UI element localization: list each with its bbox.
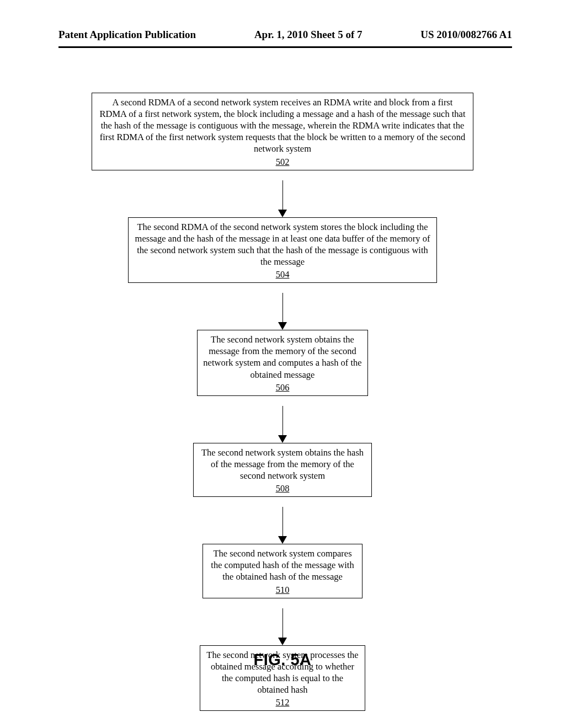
step-number: 508: [199, 483, 366, 494]
step-number: 510: [209, 584, 356, 596]
figure-label: FIG. 5A: [253, 651, 311, 669]
connector: [278, 497, 287, 544]
flowchart: A second RDMA of a second network system…: [89, 93, 476, 711]
connector: [278, 598, 287, 645]
page-header: Patent Application Publication Apr. 1, 2…: [0, 29, 565, 41]
step-510: The second network system compares the c…: [202, 544, 363, 598]
header-left: Patent Application Publication: [58, 29, 196, 41]
arrow-down-icon: [278, 435, 287, 443]
step-502: A second RDMA of a second network system…: [92, 93, 473, 170]
arrow-down-icon: [278, 210, 287, 217]
page: Patent Application Publication Apr. 1, 2…: [0, 0, 565, 728]
connector: [278, 396, 287, 443]
step-text: A second RDMA of a second network system…: [98, 97, 467, 155]
step-number: 506: [203, 382, 362, 393]
step-number: 502: [98, 156, 467, 168]
step-text: The second network system obtains the me…: [203, 334, 362, 380]
arrow-down-icon: [278, 638, 287, 645]
step-text: The second network system compares the c…: [209, 548, 356, 582]
step-text: The second network system obtains the ha…: [199, 447, 366, 481]
step-number: 504: [134, 269, 431, 280]
step-506: The second network system obtains the me…: [197, 330, 368, 396]
step-504: The second RDMA of the second network sy…: [128, 217, 437, 283]
step-text: The second RDMA of the second network sy…: [134, 221, 431, 267]
arrow-down-icon: [278, 536, 287, 544]
header-rule: [58, 46, 512, 48]
connector: [278, 283, 287, 330]
step-number: 512: [206, 697, 359, 708]
connector: [278, 170, 287, 217]
arrow-down-icon: [278, 322, 287, 330]
step-508: The second network system obtains the ha…: [193, 443, 372, 497]
header-right: US 2010/0082766 A1: [420, 29, 512, 41]
header-center: Apr. 1, 2010 Sheet 5 of 7: [254, 29, 363, 41]
